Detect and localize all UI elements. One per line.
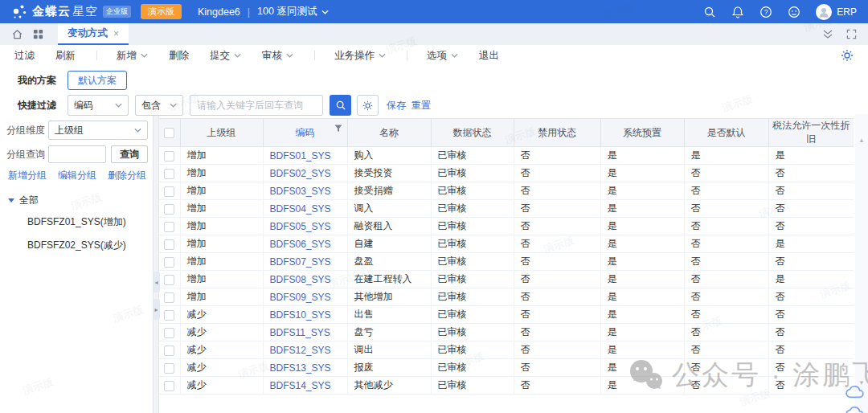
account-switcher[interactable]: Kingdee6 | 100 逐同测试	[198, 5, 329, 18]
table-row[interactable]: 减少BDFS13_SYS报废已审核否是否否	[159, 359, 854, 377]
table-row[interactable]: 增加BDFS01_SYS购入已审核否是是是	[159, 147, 854, 165]
column-header[interactable]: 是否默认	[684, 119, 768, 147]
user-menu[interactable]: ERP	[816, 4, 857, 20]
filter-operator-select[interactable]: 包含	[135, 95, 183, 116]
table-row[interactable]: 增加BDFS02_SYS接受投资已审核否是否否	[159, 165, 854, 182]
filter-funnel-icon[interactable]	[334, 125, 342, 133]
row-checkbox[interactable]	[164, 292, 174, 303]
toolbar-button[interactable]: 业务操作	[334, 49, 386, 63]
table-cell[interactable]: BDFS02_SYS	[263, 165, 347, 182]
row-checkbox[interactable]	[164, 169, 174, 179]
column-header[interactable]: 编码	[263, 119, 347, 147]
table-row[interactable]: 增加BDFS07_SYS盘盈已审核否是否否	[159, 253, 854, 271]
assistant-smiley-icon[interactable]	[788, 6, 800, 18]
toolbar-button[interactable]: 刷新	[55, 49, 76, 63]
search-button[interactable]	[330, 95, 351, 116]
row-checkbox[interactable]	[164, 239, 174, 250]
table-row[interactable]: 减少BDFS12_SYS调出已审核否是否否	[159, 341, 854, 359]
row-checkbox[interactable]	[164, 363, 174, 374]
table-cell[interactable]: BDFS06_SYS	[263, 235, 347, 253]
scroll-up-icon[interactable]: ▲	[858, 137, 866, 145]
table-cell[interactable]: BDFS14_SYS	[263, 377, 347, 395]
table-row[interactable]: 增加BDFS04_SYS调入已审核否是否否	[159, 200, 854, 218]
row-checkbox[interactable]	[164, 275, 174, 285]
table-cell[interactable]: BDFS03_SYS	[263, 182, 347, 200]
search-icon[interactable]	[703, 6, 716, 18]
help-icon[interactable]: ?	[760, 6, 772, 18]
cloud-icon[interactable]	[845, 406, 865, 413]
collapse-panel-handle[interactable]: ◂	[153, 272, 160, 292]
column-header[interactable]: 上级组	[180, 119, 263, 147]
column-header[interactable]: 系统预置	[600, 119, 684, 147]
panel-divider[interactable]: ◂ ▸	[153, 114, 159, 413]
select-all-checkbox[interactable]	[164, 128, 174, 138]
reset-filter-link[interactable]: 重置	[411, 99, 431, 112]
toolbar-button[interactable]: 审核	[262, 49, 293, 63]
table-cell[interactable]: BDFS11_SYS	[263, 324, 347, 341]
tree-expander-icon[interactable]	[8, 198, 14, 202]
dimension-select[interactable]: 上级组	[48, 121, 148, 140]
table-cell[interactable]: BDFS05_SYS	[263, 218, 347, 235]
list-settings-gear-icon[interactable]	[841, 49, 854, 62]
filter-field-select[interactable]: 编码	[68, 95, 129, 116]
table-row[interactable]: 减少BDFS11_SYS盘亏已审核否是否否	[159, 324, 854, 341]
column-header[interactable]: 名称	[347, 119, 431, 147]
row-checkbox[interactable]	[164, 186, 174, 197]
table-cell: 其他减少	[347, 377, 431, 395]
tab-close-icon[interactable]: ×	[113, 28, 119, 39]
row-checkbox[interactable]	[164, 204, 174, 215]
column-header[interactable]: 禁用状态	[514, 119, 600, 147]
default-plan-button[interactable]: 默认方案	[68, 71, 127, 90]
row-checkbox[interactable]	[164, 346, 174, 356]
table-cell[interactable]: BDFS09_SYS	[263, 288, 347, 306]
expand-panel-handle[interactable]: ▸	[153, 299, 160, 320]
tree-node-all[interactable]: 全部	[6, 190, 148, 211]
notification-bell-icon[interactable]	[731, 6, 744, 18]
table-cell[interactable]: BDFS12_SYS	[263, 341, 347, 359]
column-header[interactable]: 数据状态	[431, 119, 514, 147]
filter-settings-button[interactable]	[357, 95, 379, 116]
row-checkbox[interactable]	[164, 310, 174, 321]
tab-change-method[interactable]: 变动方式 ×	[58, 23, 129, 45]
toolbar-button[interactable]: 提交	[210, 49, 241, 63]
table-row[interactable]: 增加BDFS09_SYS其他增加已审核否是否否	[159, 288, 854, 306]
row-checkbox[interactable]	[164, 257, 174, 268]
table-row[interactable]: 减少BDFS14_SYS其他减少已审核否是否否	[159, 377, 854, 395]
table-cell[interactable]: BDFS08_SYS	[263, 271, 347, 288]
keyword-search-input[interactable]	[190, 95, 323, 116]
group-action-link[interactable]: 编辑分组	[58, 169, 96, 182]
toolbar-button[interactable]: 选项	[427, 49, 458, 63]
row-checkbox[interactable]	[164, 151, 174, 162]
table-row[interactable]: 增加BDFS06_SYS自建已审核否是否是	[159, 235, 854, 253]
row-checkbox[interactable]	[164, 328, 174, 338]
table-cell[interactable]: BDFS13_SYS	[263, 359, 347, 377]
tree-node[interactable]: BDFSFZ01_SYS(增加)	[6, 211, 148, 234]
fullscreen-icon[interactable]	[846, 29, 857, 39]
app-grid-icon[interactable]	[32, 28, 44, 40]
table-row[interactable]: 增加BDFS05_SYS融资租入已审核否是否否	[159, 218, 854, 235]
row-checkbox[interactable]	[164, 222, 174, 232]
collapse-tabs-icon[interactable]	[822, 29, 833, 39]
cloud-icon[interactable]	[845, 385, 865, 399]
table-row[interactable]: 减少BDFS10_SYS出售已审核否是否否	[159, 306, 854, 324]
toolbar-button[interactable]: 退出	[479, 49, 499, 63]
table-cell[interactable]: BDFS10_SYS	[263, 306, 347, 324]
table-cell[interactable]: BDFS07_SYS	[263, 253, 347, 271]
table-row[interactable]: 增加BDFS03_SYS接受捐赠已审核否是否否	[159, 182, 854, 200]
toolbar-button[interactable]: 删除	[169, 49, 189, 63]
save-filter-link[interactable]: 保存	[387, 99, 406, 112]
row-checkbox[interactable]	[164, 381, 174, 391]
vertical-scrollbar[interactable]: ▲ ▼	[855, 114, 868, 413]
table-cell[interactable]: BDFS04_SYS	[263, 200, 347, 218]
group-search-input[interactable]	[48, 145, 106, 163]
tree-node[interactable]: BDFSFZ02_SYS(减少)	[6, 234, 148, 257]
group-action-link[interactable]: 新增分组	[8, 169, 47, 182]
group-query-button[interactable]: 查询	[111, 145, 148, 163]
table-row[interactable]: 增加BDFS08_SYS在建工程转入已审核否是否是	[159, 271, 854, 288]
home-icon[interactable]	[11, 28, 23, 40]
table-cell[interactable]: BDFS01_SYS	[263, 147, 347, 165]
toolbar-button[interactable]: 过滤	[14, 49, 35, 63]
column-header[interactable]: 税法允许一次性折旧	[768, 119, 854, 147]
toolbar-button[interactable]: 新增	[117, 49, 148, 63]
group-action-link[interactable]: 删除分组	[108, 169, 146, 182]
